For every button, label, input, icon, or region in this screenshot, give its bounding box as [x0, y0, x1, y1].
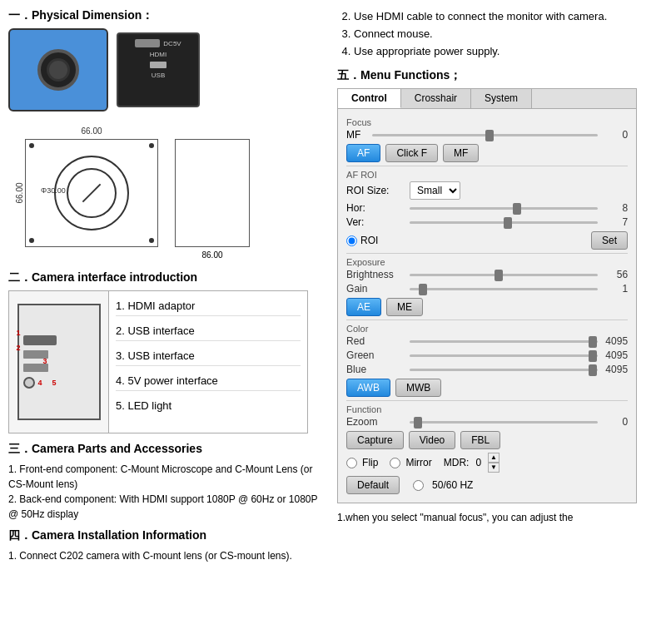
brightness-row: Brightness 56: [346, 269, 628, 280]
diagram-row: 66.00 66.00 Φ30.00 86.00: [8, 124, 325, 262]
gain-label: Gain: [346, 283, 405, 295]
section3-title: 三．Camera Parts and Accessories: [8, 442, 325, 457]
green-label: Green: [346, 349, 405, 361]
mwb-button[interactable]: MWB: [395, 379, 441, 397]
color-label: Color: [346, 324, 628, 334]
instructions-list: Use HDMI cable to connect the monitor wi…: [337, 8, 658, 60]
camera-images: DC5V HDMI USB: [8, 28, 325, 111]
brightness-slider-track: [410, 274, 598, 276]
me-button[interactable]: ME: [386, 298, 423, 316]
interface-list: 1. HDMI adaptor 2. USB interface 3. USB …: [109, 291, 307, 433]
gain-slider[interactable]: [410, 283, 598, 295]
num2: 2: [17, 344, 21, 352]
red-value: 4095: [603, 335, 628, 347]
capture-button[interactable]: Capture: [346, 431, 404, 449]
default-button[interactable]: Default: [346, 476, 400, 494]
tab-system[interactable]: System: [471, 89, 532, 108]
dim-bottom: 86.00: [201, 250, 222, 260]
section4-title: 四．Camera Installation Information: [8, 528, 325, 543]
instruction-2: Use HDMI cable to connect the monitor wi…: [354, 8, 658, 26]
focus-btn-row: AF Click F MF: [346, 144, 628, 162]
num4: 4: [38, 379, 42, 387]
green-slider[interactable]: [410, 349, 598, 361]
red-row: Red 4095: [346, 335, 628, 347]
install-text: 1. Connect C202 camera with C-mount lens…: [8, 548, 325, 563]
brightness-slider[interactable]: [410, 269, 598, 280]
mirror-label: Mirror: [405, 457, 431, 468]
green-slider-thumb: [589, 350, 597, 362]
brightness-slider-thumb: [495, 270, 503, 281]
green-value: 4095: [603, 349, 628, 361]
brightness-value: 56: [603, 269, 628, 280]
divider-2: [346, 253, 628, 254]
green-row: Green 4095: [346, 349, 628, 361]
mf-button[interactable]: MF: [443, 144, 479, 162]
usb2-area: 3: [23, 364, 48, 372]
blue-label: Blue: [346, 364, 405, 375]
power-area: 4 5: [23, 377, 50, 389]
interface-diagram: 1 2 3 4 5: [9, 291, 109, 433]
mf-slider-track: [372, 134, 598, 136]
clickf-button[interactable]: Click F: [385, 144, 438, 162]
red-slider[interactable]: [410, 335, 598, 347]
mf-row: MF 0: [346, 129, 628, 141]
blue-slider[interactable]: [410, 364, 598, 375]
corner-dot-bl: [29, 238, 34, 243]
parts-line1: 1. Front-end component: C-Mount Microsco…: [8, 463, 313, 490]
hz-radio[interactable]: [413, 480, 424, 491]
hor-row: Hor: 8: [346, 202, 628, 214]
ver-slider[interactable]: [410, 216, 598, 228]
ver-row: Ver: 7: [346, 216, 628, 228]
mdr-up[interactable]: ▲: [488, 453, 500, 463]
iface-hdmi: [23, 335, 57, 345]
ezoom-slider[interactable]: [410, 416, 598, 428]
gain-row: Gain 1: [346, 283, 628, 295]
gain-value: 1: [603, 283, 628, 295]
parts-section: 三．Camera Parts and Accessories 1. Front-…: [8, 442, 325, 522]
blue-slider-thumb: [589, 364, 597, 376]
mf-slider[interactable]: [372, 129, 598, 141]
interface-table: 1 2 3 4 5: [8, 290, 308, 433]
section1-title: 一．Physical Dimension：: [8, 8, 325, 23]
roi-size-select[interactable]: Small: [410, 181, 460, 200]
blue-row: Blue 4095: [346, 364, 628, 375]
camera-front-photo: [8, 28, 108, 111]
right-column: Use HDMI cable to connect the monitor wi…: [333, 8, 658, 636]
flip-radio[interactable]: [346, 458, 357, 468]
camera-back-photo: DC5V HDMI USB: [117, 32, 200, 107]
menu-ui: Control Crosshair System Focus MF 0 AF C…: [337, 88, 637, 503]
ae-button[interactable]: AE: [346, 298, 381, 316]
hor-slider-thumb: [513, 203, 521, 215]
tab-crosshair[interactable]: Crosshair: [401, 89, 471, 108]
roi-radio-label: ROI: [360, 235, 378, 246]
hor-slider[interactable]: [410, 202, 598, 214]
parts-line2: 2. Back-end component: With HDMI support…: [8, 493, 317, 520]
camera-lens: [37, 49, 79, 91]
mdr-spinner[interactable]: ▲ ▼: [488, 453, 500, 473]
roi-size-row: ROI Size: Small: [346, 181, 628, 200]
ver-slider-thumb: [504, 217, 512, 229]
video-button[interactable]: Video: [409, 431, 455, 449]
hz-label: 50/60 HZ: [432, 479, 473, 491]
mdr-down[interactable]: ▼: [488, 463, 500, 473]
install-section: 四．Camera Installation Information 1. Con…: [8, 528, 325, 563]
mirror-radio[interactable]: [390, 458, 400, 468]
roi-radio[interactable]: [346, 235, 357, 246]
fbl-button[interactable]: FBL: [460, 431, 500, 449]
num3: 3: [43, 357, 47, 365]
af-button[interactable]: AF: [346, 144, 380, 162]
tab-control[interactable]: Control: [338, 89, 401, 108]
flip-label: Flip: [362, 457, 378, 468]
dim-top: 66.00: [81, 126, 102, 136]
set-button[interactable]: Set: [591, 231, 628, 250]
awb-button[interactable]: AWB: [346, 379, 390, 397]
red-label: Red: [346, 335, 405, 347]
mf-label: MF: [346, 129, 367, 141]
front-diagram-box: 66.00 66.00 Φ30.00: [25, 139, 158, 247]
dc-label: DC5V: [163, 40, 181, 47]
mf-slider-thumb: [485, 130, 494, 141]
red-slider-thumb: [589, 336, 597, 348]
green-slider-track: [410, 354, 598, 357]
ezoom-value: 0: [603, 416, 628, 428]
usb-port-icon: [150, 62, 166, 68]
